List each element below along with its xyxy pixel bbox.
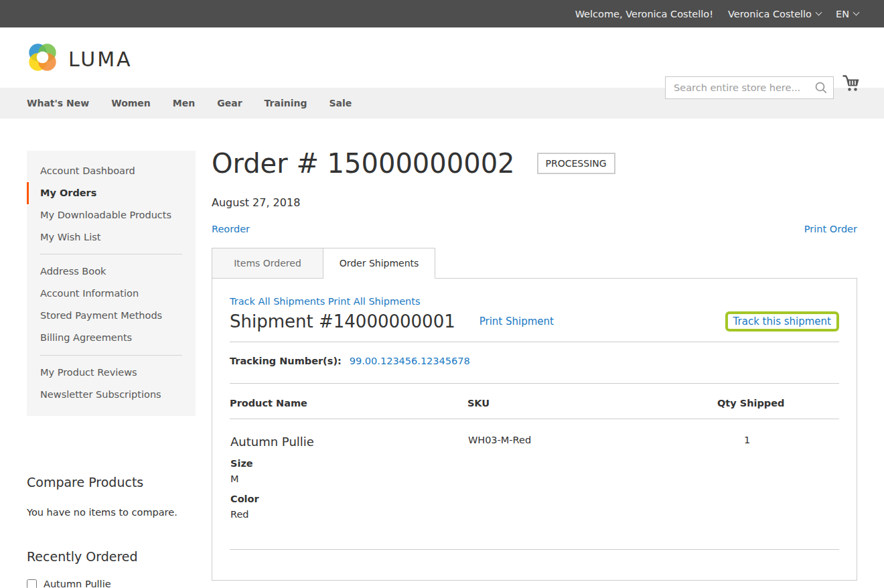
tab-items-ordered[interactable]: Items Ordered — [212, 248, 323, 279]
tracking-number-link[interactable]: 99.00.123456.12345678 — [350, 356, 470, 366]
sidebar-divider — [40, 355, 182, 356]
order-title-row: Order # 15000000002 PROCESSING — [212, 149, 857, 178]
compare-products-title: Compare Products — [27, 475, 196, 490]
account-menu[interactable]: Veronica Costello — [728, 9, 821, 19]
nav-item-women[interactable]: Women — [111, 98, 151, 108]
column-header-qty-shipped: Qty Shipped — [717, 384, 839, 419]
nav-item-gear[interactable]: Gear — [217, 98, 242, 108]
language-label: EN — [836, 9, 849, 19]
sidebar-item-my-downloadable-products[interactable]: My Downloadable Products — [27, 204, 196, 226]
tracking-label: Tracking Number(s): — [230, 356, 342, 366]
sidebar-item-account-dashboard[interactable]: Account Dashboard — [27, 160, 196, 182]
nav-item-training[interactable]: Training — [265, 98, 307, 108]
order-actions: Reorder Print Order — [212, 224, 857, 234]
language-switcher[interactable]: EN — [836, 9, 859, 19]
option-label-color: Color — [230, 494, 467, 504]
search-box — [665, 76, 834, 99]
sidebar-item-my-orders[interactable]: My Orders — [27, 182, 196, 204]
divider — [230, 342, 839, 342]
shipment-items-table: Product Name SKU Qty Shipped Autumn Pull… — [230, 384, 839, 520]
recently-ordered-section: Recently Ordered Autumn Pullie — [27, 549, 196, 588]
sidebar-item-billing-agreements[interactable]: Billing Agreements — [27, 327, 196, 349]
main-content: Order # 15000000002 PROCESSING August 27… — [212, 149, 857, 581]
cart-icon[interactable] — [842, 75, 860, 94]
print-order-link[interactable]: Print Order — [804, 224, 857, 234]
shipment-header-row: Shipment #14000000001 Print Shipment Tra… — [230, 311, 839, 332]
track-this-shipment-highlight: Track this shipment — [725, 311, 839, 332]
recent-item-label[interactable]: Autumn Pullie — [44, 579, 111, 588]
qty-shipped-cell: 1 — [717, 419, 839, 521]
product-cell: Autumn Pullie Size M Color Red — [230, 419, 467, 521]
product-name: Autumn Pullie — [230, 435, 467, 449]
order-status-badge: PROCESSING — [537, 153, 615, 174]
recently-ordered-item: Autumn Pullie — [27, 579, 196, 588]
search-input[interactable] — [666, 82, 814, 93]
sidebar-item-newsletter-subscriptions[interactable]: Newsletter Subscriptions — [27, 384, 196, 406]
track-all-shipments-link[interactable]: Track All Shipments — [230, 296, 325, 307]
account-menu-label: Veronica Costello — [728, 9, 812, 19]
compare-products-section: Compare Products You have no items to co… — [27, 475, 196, 518]
welcome-message: Welcome, Veronica Costello! — [575, 9, 713, 19]
shipment-global-links: Track All Shipments Print All Shipments — [230, 296, 839, 307]
compare-empty-text: You have no items to compare. — [27, 507, 196, 518]
sidebar: Account Dashboard My Orders My Downloada… — [27, 151, 196, 588]
print-all-shipments-link[interactable]: Print All Shipments — [328, 296, 421, 307]
shipment-title: Shipment #14000000001 — [230, 311, 455, 332]
track-this-shipment-link[interactable]: Track this shipment — [733, 315, 831, 327]
option-label-size: Size — [230, 458, 467, 469]
tab-order-shipments[interactable]: Order Shipments — [323, 248, 435, 279]
recently-ordered-title: Recently Ordered — [27, 549, 196, 564]
reorder-link[interactable]: Reorder — [212, 224, 250, 234]
logo-text: LUMA — [68, 48, 133, 71]
table-row: Autumn Pullie Size M Color Red WH03-M-Re… — [230, 419, 839, 521]
sidebar-divider — [40, 254, 182, 254]
chevron-down-icon — [816, 9, 822, 16]
luma-logo-icon — [27, 42, 58, 76]
order-date: August 27, 2018 — [212, 196, 857, 209]
sidebar-item-stored-payment-methods[interactable]: Stored Payment Methods — [27, 305, 196, 327]
nav-item-men[interactable]: Men — [173, 98, 195, 108]
table-header-row: Product Name SKU Qty Shipped — [230, 384, 839, 419]
account-nav: Account Dashboard My Orders My Downloada… — [27, 151, 196, 416]
order-tabs: Items Ordered Order Shipments — [212, 248, 857, 279]
option-value-size: M — [230, 473, 467, 484]
nav-item-sale[interactable]: Sale — [329, 98, 352, 108]
order-shipments-panel: Track All Shipments Print All Shipments … — [212, 278, 857, 581]
divider — [230, 549, 839, 550]
tracking-row: Tracking Number(s): 99.00.123456.1234567… — [230, 356, 839, 366]
column-header-product-name: Product Name — [230, 384, 467, 419]
sidebar-item-account-information[interactable]: Account Information — [27, 283, 196, 305]
column-header-sku: SKU — [467, 384, 717, 419]
option-value-color: Red — [230, 509, 467, 520]
sidebar-item-my-product-reviews[interactable]: My Product Reviews — [27, 362, 196, 384]
page-title: Order # 15000000002 — [212, 149, 515, 178]
page-header: LUMA — [0, 27, 884, 88]
sku-cell: WH03-M-Red — [467, 419, 717, 521]
recent-item-checkbox[interactable] — [27, 579, 37, 588]
chevron-down-icon — [853, 9, 860, 16]
luma-logo[interactable]: LUMA — [27, 42, 133, 76]
search-icon[interactable] — [814, 81, 828, 94]
print-shipment-link[interactable]: Print Shipment — [480, 315, 554, 327]
topbar: Welcome, Veronica Costello! Veronica Cos… — [0, 0, 884, 27]
sidebar-item-address-book[interactable]: Address Book — [27, 261, 196, 283]
sidebar-item-my-wish-list[interactable]: My Wish List — [27, 226, 196, 248]
nav-item-whats-new[interactable]: What's New — [27, 98, 89, 108]
